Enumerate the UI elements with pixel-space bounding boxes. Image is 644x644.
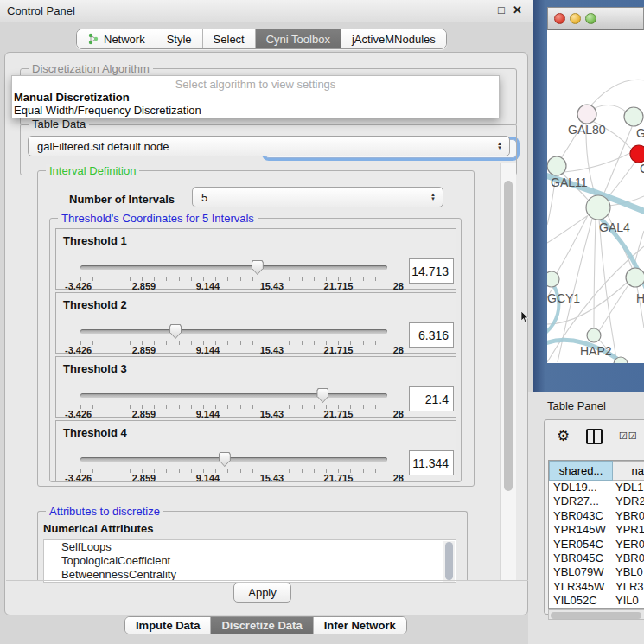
node-label-gal11: GAL11 bbox=[551, 175, 588, 189]
threshold-2-panel: Threshold 2 -3.4262.8599.14415.4321.7152… bbox=[55, 292, 456, 354]
top-tab-bar: Network Style Select Cyni Toolbox jActiv… bbox=[76, 29, 447, 49]
tab-cyni-toolbox[interactable]: Cyni Toolbox bbox=[256, 29, 341, 48]
network-canvas[interactable]: GAL80 GA C GAL11 GAL4 GCY1 H HAP2 bbox=[547, 30, 644, 363]
tab-jactivemnodules[interactable]: jActiveMNodules bbox=[341, 29, 446, 48]
threshold-1-slider-thumb[interactable] bbox=[252, 260, 264, 275]
network-window-titlebar[interactable] bbox=[547, 7, 644, 30]
column-header-name[interactable]: na bbox=[613, 461, 644, 481]
dropdown-option-manual-discretization[interactable]: Manual Discretization bbox=[12, 91, 499, 104]
node-hap2 bbox=[587, 328, 601, 342]
dropdown-hint: Select algorithm to view settings bbox=[12, 76, 499, 91]
mouse-cursor bbox=[520, 311, 529, 323]
table-row: YER054CYER0 bbox=[549, 538, 644, 552]
gear-icon[interactable]: ⚙ bbox=[557, 429, 570, 443]
apply-button[interactable]: Apply bbox=[233, 583, 291, 603]
discretization-algorithm-title: Discretization Algorithm bbox=[29, 62, 153, 75]
threshold-3-slider-thumb[interactable] bbox=[316, 388, 328, 403]
table-row: YIL052CYIL0 bbox=[549, 594, 644, 608]
tab-network[interactable]: Network bbox=[77, 29, 156, 48]
table-data-title: Table Data bbox=[29, 118, 89, 131]
node-label-gal4: GAL4 bbox=[599, 220, 630, 234]
attributes-title: Attributes to discretize bbox=[46, 505, 163, 518]
interval-definition-group: Interval Definition Number of Intervals … bbox=[37, 170, 475, 487]
table-panel-body: ⚙ ☑☑ shared... na YDL19...YDL1 YDR27...Y… bbox=[544, 419, 644, 615]
node-label-gcy1: GCY1 bbox=[547, 291, 580, 305]
tab-impute-data[interactable]: Impute Data bbox=[125, 617, 211, 634]
threshold-3-slider[interactable] bbox=[80, 393, 387, 398]
table-panel: Table Panel ⚙ ☑☑ shared... na YDL19...YD… bbox=[528, 392, 644, 644]
node-gal80 bbox=[577, 105, 596, 124]
node-label-gal80: GAL80 bbox=[568, 123, 606, 137]
threshold-1-panel: Threshold 1 -3.4262.8599.14415.4321.7152… bbox=[55, 228, 456, 290]
tab-select[interactable]: Select bbox=[203, 29, 256, 48]
table-row: YLR345WYLR3 bbox=[549, 580, 644, 594]
combo-stepper-icon: ▲▼ bbox=[430, 193, 436, 201]
node-gcy1 bbox=[547, 271, 559, 287]
threshold-1-value-field[interactable]: 14.713 bbox=[409, 258, 454, 284]
table-row: YDL19...YDL1 bbox=[549, 481, 644, 494]
threshold-coordinates-title: Threshold's Coordinates for 5 Intervals bbox=[58, 212, 258, 225]
control-panel-titlebar: Control Panel □ ✕ bbox=[0, 0, 536, 22]
tab-discretize-data[interactable]: Discretize Data bbox=[211, 617, 313, 634]
table-row: YPR145WYPR1 bbox=[549, 523, 644, 537]
node-label-hap2: HAP2 bbox=[580, 344, 612, 358]
list-item[interactable]: SelfLoops bbox=[44, 540, 456, 554]
number-of-intervals-label: Number of Intervals bbox=[69, 193, 175, 206]
divider bbox=[6, 580, 528, 581]
interval-definition-title: Interval Definition bbox=[46, 164, 139, 177]
algorithm-dropdown-popup: Select algorithm to view settings Manual… bbox=[11, 75, 500, 118]
table-panel-title: Table Panel bbox=[547, 399, 606, 412]
select-columns-icon[interactable]: ☑☑ bbox=[619, 430, 638, 442]
threshold-4-panel: Threshold 4 -3.4262.8599.14415.4321.7152… bbox=[55, 420, 456, 481]
node-h bbox=[626, 268, 644, 287]
minimize-traffic-light-icon[interactable] bbox=[570, 13, 581, 24]
table-row: YBR045CYBR0 bbox=[549, 552, 644, 565]
dropdown-option-equal-width-frequency[interactable]: Equal Width/Frequency Discretization bbox=[12, 104, 499, 117]
threshold-2-slider-thumb[interactable] bbox=[169, 324, 182, 339]
number-of-intervals-combobox[interactable]: 5 ▲▼ bbox=[192, 187, 443, 207]
node-top-right bbox=[624, 107, 643, 126]
list-scrollbar[interactable] bbox=[443, 541, 455, 582]
table-data-combobox[interactable]: galFiltered.sif default node ▲▼ bbox=[28, 136, 510, 156]
threshold-2-value-field[interactable]: 6.316 bbox=[409, 322, 454, 348]
threshold-4-value-field[interactable]: 11.344 bbox=[409, 450, 454, 475]
close-traffic-light-icon[interactable] bbox=[554, 13, 565, 24]
node-label-partial-c: C bbox=[640, 162, 644, 175]
attributes-group: Attributes to discretize Numerical Attri… bbox=[37, 511, 468, 580]
node-label-partial-h: H bbox=[636, 291, 644, 305]
float-window-icon[interactable]: □ bbox=[498, 3, 505, 16]
node-gal11 bbox=[547, 156, 566, 175]
node-gal4 bbox=[586, 195, 610, 220]
node-label-partial-ga: GA bbox=[636, 126, 644, 140]
table-row: YBL079WYBL0 bbox=[549, 565, 644, 579]
cyni-toolbox-panel: Discretization Algorithm Table Data galF… bbox=[4, 52, 528, 615]
combo-stepper-icon: ▲▼ bbox=[497, 142, 502, 150]
numerical-attributes-label: Numerical Attributes bbox=[43, 522, 153, 535]
tab-style[interactable]: Style bbox=[156, 29, 203, 48]
network-icon bbox=[87, 33, 99, 45]
node-attribute-table[interactable]: shared... na YDL19...YDL1 YDR27...YDR2 Y… bbox=[548, 460, 644, 609]
list-item[interactable]: TopologicalCoefficient bbox=[44, 554, 456, 568]
threshold-3-panel: Threshold 3 -3.4262.8599.14415.4321.7152… bbox=[55, 356, 456, 418]
panel-scrollbar[interactable] bbox=[500, 163, 516, 580]
column-header-shared[interactable]: shared... bbox=[549, 461, 613, 481]
table-row: YDR27...YDR2 bbox=[549, 494, 644, 508]
node-red bbox=[630, 145, 644, 163]
threshold-2-slider[interactable] bbox=[80, 329, 387, 334]
tab-infer-network[interactable]: Infer Network bbox=[314, 617, 406, 634]
panel-title: Control Panel bbox=[7, 4, 75, 17]
close-icon[interactable]: ✕ bbox=[513, 3, 522, 16]
threshold-coordinates-group: Threshold's Coordinates for 5 Intervals … bbox=[49, 218, 462, 482]
column-layout-icon[interactable] bbox=[586, 429, 603, 444]
threshold-1-slider[interactable] bbox=[80, 265, 387, 270]
numerical-attributes-list[interactable]: SelfLoops TopologicalCoefficient Between… bbox=[43, 539, 456, 583]
threshold-4-slider-thumb[interactable] bbox=[219, 452, 231, 467]
table-row: YBR043CYBR0 bbox=[549, 509, 644, 523]
bottom-tab-bar: Impute Data Discretize Data Infer Networ… bbox=[124, 616, 407, 634]
zoom-traffic-light-icon[interactable] bbox=[585, 13, 596, 24]
threshold-4-slider[interactable] bbox=[80, 457, 387, 462]
threshold-3-value-field[interactable]: 21.4 bbox=[409, 386, 454, 411]
table-horizontal-scrollbar[interactable] bbox=[548, 609, 644, 620]
